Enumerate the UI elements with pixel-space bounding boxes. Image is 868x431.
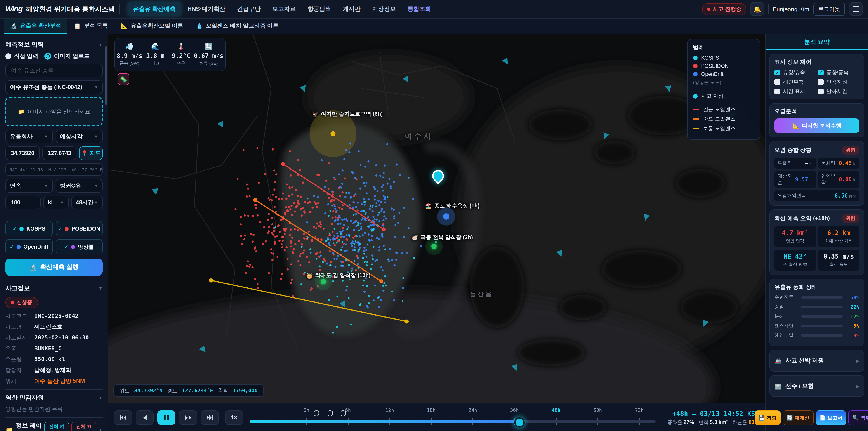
- model-toggle-POSEIDON[interactable]: ✓POSEIDON: [55, 221, 103, 237]
- radio-image-upload[interactable]: 이미지 업로드: [44, 53, 90, 60]
- map-tool-button[interactable]: 🦠: [118, 73, 129, 85]
- expected-time-select[interactable]: 예상시각▼: [55, 130, 103, 143]
- layers-all-off-button[interactable]: 전체 끄기: [71, 422, 96, 431]
- action-재계산-button[interactable]: 🔄재계산: [782, 410, 813, 425]
- menu-button[interactable]: [849, 2, 863, 16]
- nav-item-보고자료[interactable]: 보고자료: [268, 2, 301, 16]
- polygon-analysis-button[interactable]: 📐 다각형 분석수행: [774, 118, 860, 133]
- map-marker[interactable]: [315, 273, 332, 290]
- stat-unit: kl: [853, 161, 856, 166]
- oil-particle: [332, 280, 334, 282]
- latitude-input[interactable]: [10, 150, 35, 157]
- action-label: 저장: [767, 414, 777, 421]
- action-보고서-button[interactable]: 📄보고서: [815, 410, 846, 425]
- nav-item-통합조회[interactable]: 통합조회: [403, 2, 436, 16]
- oil-particle: [370, 239, 373, 241]
- image-dropzone[interactable]: 📁 이미지 파일을 선택하세요: [5, 97, 103, 126]
- nav-item-유출유 확산예측[interactable]: 유출유 확산예측: [128, 2, 181, 16]
- predict-section-header[interactable]: 예측정보 입력 ▼: [5, 41, 103, 49]
- unit-select[interactable]: kL▼: [43, 196, 69, 209]
- model-toggle-앙상블[interactable]: ✓앙상블: [55, 239, 103, 254]
- tab-오일펜스 배치 알고리즘 이론[interactable]: 💧오일펜스 배치 알고리즘 이론: [189, 19, 285, 34]
- oil-type-select[interactable]: 벙커C유▼: [55, 179, 103, 192]
- place-label-여수시: 여수시: [405, 131, 433, 142]
- tab-유출유 확산분석[interactable]: 🔬유출유 확산분석: [4, 19, 67, 34]
- nav-item-기상정보[interactable]: 기상정보: [367, 2, 401, 16]
- incident-name-input[interactable]: [10, 67, 98, 74]
- pause-button[interactable]: [157, 410, 176, 425]
- oil-particle: [267, 232, 269, 234]
- incident-row-key: 유종: [5, 345, 34, 352]
- oil-particle: [380, 210, 382, 212]
- oil-particle: [385, 218, 387, 220]
- oil-particle: [326, 263, 328, 265]
- check-icon: ✓: [10, 244, 14, 250]
- oil-particle: [354, 177, 356, 179]
- incident-row-value: BUNKER_C: [34, 345, 61, 352]
- layers-all-on-button[interactable]: 전체 켜기: [44, 422, 69, 431]
- lon-value: 127.6744°E: [182, 388, 213, 394]
- danger-badge: 위험: [842, 214, 860, 223]
- incident-select[interactable]: 여수 유조선 충돌 (INC-0042) ▼: [5, 81, 103, 94]
- oil-particle: [342, 280, 344, 282]
- map-canvas[interactable]: 💨8.9 m/s풍속 (SW)🌊1.8 m파고🌡️9.2°C수온🔄0.67 m/…: [108, 34, 765, 403]
- analysis-summary-tab[interactable]: 분석 요약: [766, 34, 868, 50]
- nav-item-항공탐색[interactable]: 항공탐색: [303, 2, 336, 16]
- timeline-thumb[interactable]: [514, 417, 525, 428]
- logout-button[interactable]: 로그아웃: [813, 2, 845, 16]
- radio-direct-input[interactable]: 직접 입력: [5, 53, 38, 60]
- model-toggle-OpenDrift[interactable]: ✓OpenDrift: [5, 239, 53, 254]
- notifications-button[interactable]: 🔔: [750, 2, 764, 16]
- timeline-label-12h: 12h: [385, 407, 394, 413]
- company-select[interactable]: 유출회사▼: [5, 130, 53, 143]
- action-역추적-button[interactable]: 🔍역추적: [848, 410, 868, 425]
- oil-particle: [368, 302, 370, 304]
- oil-particle: [384, 198, 386, 200]
- display-check-민감자원[interactable]: 민감자원: [818, 79, 860, 86]
- stat-unit: kl: [809, 177, 813, 182]
- duration-select[interactable]: 48시간▼: [71, 196, 103, 209]
- oil-particle: [332, 252, 334, 254]
- oil-particle: [329, 233, 331, 235]
- oil-particle: [353, 243, 355, 245]
- poi-text: 종포 해수욕장 (1h): [434, 202, 479, 210]
- tab-분석 목록[interactable]: 📋분석 목록: [67, 19, 114, 34]
- owner-insurance-card[interactable]: 🏢 선주 / 보험 ▶: [770, 375, 864, 397]
- nav-item-HNS·대기확산[interactable]: HNS·대기확산: [182, 2, 230, 16]
- spill-mode-select[interactable]: 연속▼: [5, 179, 53, 192]
- incident-section-header[interactable]: 사고정보 ▼: [5, 284, 103, 293]
- action-저장-button[interactable]: 💾저장: [754, 410, 780, 425]
- playback-speed-button[interactable]: 1×: [225, 410, 243, 425]
- display-check-날짜시간[interactable]: 날짜시간: [818, 88, 860, 95]
- amount-input[interactable]: [10, 199, 36, 206]
- current-time-display: +48h — 03/13 14:52 KST: [662, 410, 759, 417]
- oil-particle: [320, 225, 322, 227]
- oil-particle: [348, 297, 349, 299]
- oil-particle: [268, 272, 270, 274]
- step-back-button[interactable]: [135, 410, 154, 425]
- sidebar-scrollbar[interactable]: [105, 46, 107, 105]
- incident-row-key: 사고일시: [5, 334, 34, 342]
- scale-value: 1:50,000: [232, 388, 258, 394]
- map-marker[interactable]: [437, 208, 455, 225]
- display-check-풍향/풍속[interactable]: ✓풍향/풍속: [818, 69, 860, 76]
- display-check-시간 표시[interactable]: 시간 표시: [774, 88, 816, 95]
- oil-particle: [397, 222, 399, 224]
- time-slider[interactable]: 0h6h12h18h24h36h48h60h72h: [250, 403, 655, 431]
- forecast-tile-영향 면적: 4.7 km²영향 면적: [774, 226, 816, 247]
- model-toggle-KOSPS[interactable]: ✓KOSPS: [5, 221, 53, 237]
- display-check-유향/유속[interactable]: ✓유향/유속: [774, 69, 816, 76]
- display-check-해안부착[interactable]: 해안부착: [774, 79, 816, 86]
- tab-유출유확산모델 이론[interactable]: 📐유출유확산모델 이론: [114, 19, 189, 34]
- sensitive-section-header[interactable]: 영향 민감자원 ▼: [5, 394, 103, 402]
- longitude-input[interactable]: [47, 150, 72, 157]
- skip-end-button[interactable]: [201, 410, 219, 425]
- run-prediction-button[interactable]: 🔬 확산예측 실행: [5, 258, 103, 276]
- map-marker[interactable]: [426, 238, 442, 255]
- pick-on-map-button[interactable]: 📍 지도: [79, 147, 103, 160]
- nav-item-게시판[interactable]: 게시판: [338, 2, 366, 16]
- fast-forward-button[interactable]: [179, 410, 197, 425]
- ship-spec-card[interactable]: 🚢 사고 선박 제원 ▶: [770, 350, 864, 372]
- nav-item-긴급구난[interactable]: 긴급구난: [232, 2, 266, 16]
- skip-start-button[interactable]: [114, 410, 132, 425]
